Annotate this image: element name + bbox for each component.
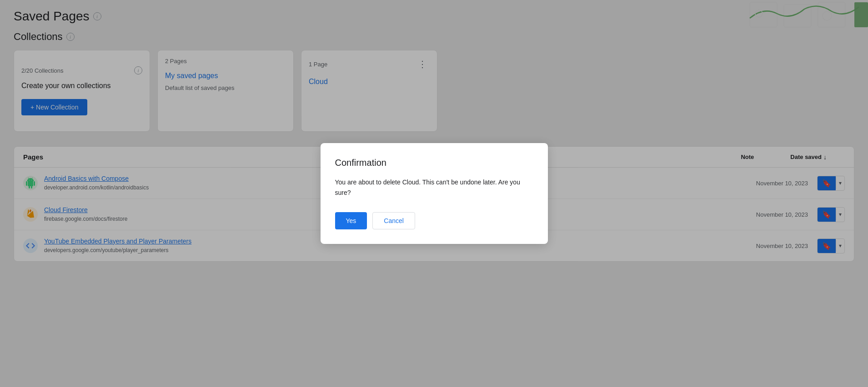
modal-body: You are about to delete Cloud. This can'… (335, 177, 533, 198)
modal-title: Confirmation (335, 158, 533, 168)
modal-overlay: Confirmation You are about to delete Clo… (0, 0, 868, 387)
confirmation-modal: Confirmation You are about to delete Clo… (321, 143, 548, 244)
modal-yes-button[interactable]: Yes (335, 212, 367, 229)
modal-actions: Yes Cancel (335, 212, 533, 229)
modal-cancel-button[interactable]: Cancel (372, 212, 415, 229)
